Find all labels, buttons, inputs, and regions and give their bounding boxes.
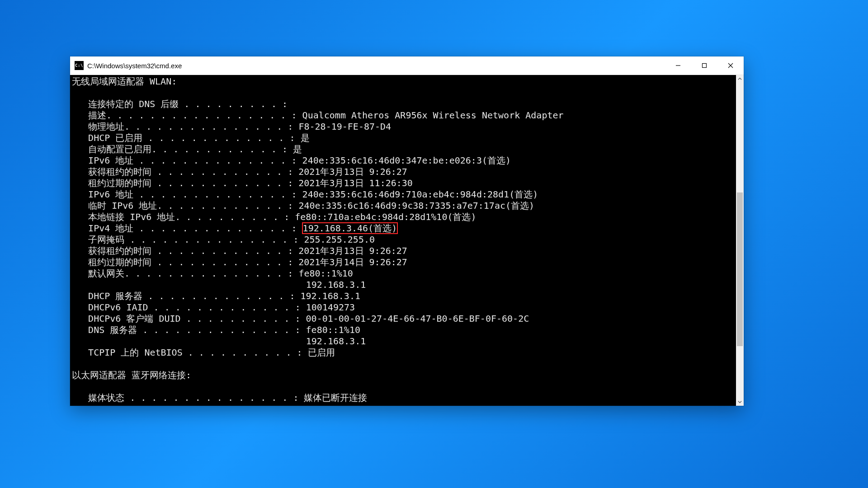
config-line: 子网掩码 . . . . . . . . . . . . . . . : 255…	[72, 234, 734, 245]
config-line: 默认网关. . . . . . . . . . . . . . . : fe80…	[72, 268, 734, 279]
section-header: 以太网适配器 蓝牙网络连接:	[72, 370, 734, 381]
config-line: IPv4 地址 . . . . . . . . . . . . . . : 19…	[72, 223, 734, 234]
config-line: 租约过期的时间 . . . . . . . . . . . . : 2021年3…	[72, 178, 734, 189]
minimize-button[interactable]	[665, 56, 691, 75]
config-line: 自动配置已启用. . . . . . . . . . . . : 是	[72, 144, 734, 155]
chevron-down-icon	[738, 400, 742, 404]
close-icon	[728, 63, 733, 68]
close-button[interactable]	[717, 56, 744, 75]
scroll-down-button[interactable]	[736, 398, 744, 406]
chevron-up-icon	[738, 77, 742, 81]
config-value-cont: 192.168.3.1	[72, 336, 734, 347]
cmd-icon: C:\	[75, 61, 84, 70]
config-line: 获得租约的时间 . . . . . . . . . . . . : 2021年3…	[72, 245, 734, 257]
cmd-window: C:\ C:\Windows\system32\cmd.exe 无线局域网适配器…	[70, 56, 744, 406]
config-line: 媒体状态 . . . . . . . . . . . . . . . : 媒体已…	[72, 392, 734, 404]
config-value-cont: 192.168.3.1	[72, 279, 734, 291]
config-line: IPv6 地址 . . . . . . . . . . . . . . : 24…	[72, 155, 734, 166]
scroll-up-button[interactable]	[736, 75, 744, 83]
config-line: DNS 服务器 . . . . . . . . . . . . . . : fe…	[72, 324, 734, 336]
scrollbar[interactable]	[736, 75, 744, 406]
terminal-output[interactable]: 无线局域网适配器 WLAN: 连接特定的 DNS 后缀 . . . . . . …	[70, 75, 736, 406]
config-line: DHCP 服务器 . . . . . . . . . . . . . : 192…	[72, 291, 734, 302]
config-line: 本地链接 IPv6 地址. . . . . . . . . . : fe80::…	[72, 211, 734, 223]
config-line: IPv6 地址 . . . . . . . . . . . . . . : 24…	[72, 189, 734, 200]
config-line: 临时 IPv6 地址. . . . . . . . . . . . : 240e…	[72, 200, 734, 211]
minimize-icon	[675, 63, 681, 68]
client-area: 无线局域网适配器 WLAN: 连接特定的 DNS 后缀 . . . . . . …	[70, 75, 744, 406]
config-line: DHCP 已启用 . . . . . . . . . . . . . : 是	[72, 132, 734, 144]
config-line: 物理地址. . . . . . . . . . . . . . . : F8-2…	[72, 121, 734, 132]
ipv4-address-highlight: 192.168.3.46(首选)	[302, 223, 398, 234]
titlebar[interactable]: C:\ C:\Windows\system32\cmd.exe	[70, 56, 744, 75]
window-title: C:\Windows\system32\cmd.exe	[87, 62, 182, 70]
config-line: DHCPv6 客户端 DUID . . . . . . . . . . : 00…	[72, 313, 734, 324]
config-line: TCPIP 上的 NetBIOS . . . . . . . . . . : 已…	[72, 347, 734, 358]
section-header: 无线局域网适配器 WLAN:	[72, 76, 734, 87]
config-line: DHCPv6 IAID . . . . . . . . . . . . . : …	[72, 302, 734, 313]
svg-rect-0	[703, 64, 707, 68]
scroll-thumb[interactable]	[737, 192, 743, 346]
config-line: 连接特定的 DNS 后缀 . . . . . . . . . :	[72, 99, 734, 110]
config-line: 获得租约的时间 . . . . . . . . . . . . : 2021年3…	[72, 166, 734, 178]
config-line: 描述. . . . . . . . . . . . . . . . . : Qu…	[72, 110, 734, 121]
maximize-icon	[702, 63, 707, 68]
maximize-button[interactable]	[691, 56, 717, 75]
config-line: 租约过期的时间 . . . . . . . . . . . . : 2021年3…	[72, 257, 734, 268]
